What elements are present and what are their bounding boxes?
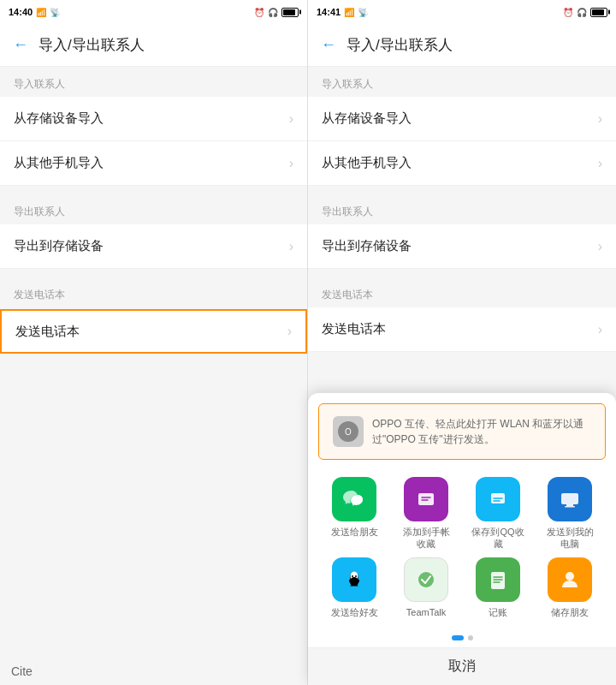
right-gap-1 <box>308 186 616 194</box>
right-send-phonebook-text: 发送电话本 <box>322 321 386 337</box>
left-wifi-icon: 📡 <box>50 8 60 17</box>
qq-fav-icon <box>476 477 520 521</box>
right-back-button[interactable]: ← <box>321 36 336 54</box>
left-export-storage-chevron: › <box>289 239 293 254</box>
share-apps-grid: 发送给朋友 添加到手帐收藏 保存到QQ收藏 <box>308 470 616 632</box>
share-teamtalk-label: TeamTalk <box>406 606 446 618</box>
right-gap-2 <box>308 269 616 277</box>
svg-rect-5 <box>566 504 573 506</box>
dot-2 <box>468 635 473 640</box>
right-page-title: 导入/导出联系人 <box>346 35 453 55</box>
wechat-friend-icon <box>332 477 376 521</box>
right-battery-icon <box>590 8 607 17</box>
right-send-phonebook-chevron: › <box>598 322 602 337</box>
dot-1 <box>452 635 464 640</box>
oppo-notice-text: OPPO 互传、轻点此处打开 WLAN 和蓝牙以通过"OPPO 互传"进行发送。 <box>372 416 591 447</box>
left-signal-icon: 📶 <box>36 8 46 17</box>
left-headphone-icon: 🎧 <box>268 8 278 17</box>
right-import-phone-text: 从其他手机导入 <box>322 155 412 171</box>
left-send-phonebook-text: 发送电话本 <box>15 324 80 340</box>
right-export-storage-text: 导出到存储设备 <box>322 238 412 254</box>
right-export-section-label: 导出联系人 <box>308 194 616 224</box>
left-top-bar: ← 导入/导出联系人 <box>0 24 307 67</box>
share-my-computer-label: 发送到我的电脑 <box>547 526 594 551</box>
share-qq-fav-label: 保存到QQ收藏 <box>471 526 524 551</box>
svg-point-10 <box>355 575 357 577</box>
svg-text:O: O <box>345 427 352 437</box>
cancel-button[interactable]: 取消 <box>308 647 616 685</box>
right-time: 14:41 <box>317 7 341 17</box>
svg-point-11 <box>349 579 352 582</box>
left-import-storage-chevron: › <box>289 111 293 127</box>
left-gap-1 <box>0 186 307 194</box>
left-alarm-icon: ⏰ <box>254 8 264 17</box>
share-wechat-friend[interactable]: 发送给朋友 <box>322 477 387 551</box>
oppo-notice-icon: O <box>333 416 364 447</box>
right-import-phone-chevron: › <box>598 156 602 171</box>
left-export-storage-text: 导出到存储设备 <box>14 238 104 254</box>
share-teamtalk[interactable]: TeamTalk <box>394 557 459 618</box>
svg-point-15 <box>566 572 574 581</box>
share-qq-friend-label: 发送给好友 <box>331 606 378 618</box>
svg-rect-6 <box>565 506 575 508</box>
left-page-title: 导入/导出联系人 <box>38 35 145 55</box>
right-phone-screen: 14:41 📶 📡 ⏰ 🎧 ← 导入/导出联系人 导入联系人 从存储设备导入 ›… <box>308 0 616 685</box>
left-gap-2 <box>0 269 307 277</box>
right-alarm-icon: ⏰ <box>563 8 573 17</box>
share-qq-friend[interactable]: 发送给好友 <box>322 557 387 618</box>
cite-label: Cite <box>11 664 33 678</box>
oppo-notice: O OPPO 互传、轻点此处打开 WLAN 和蓝牙以通过"OPPO 互传"进行发… <box>318 403 606 460</box>
share-qq-fav[interactable]: 保存到QQ收藏 <box>465 477 530 551</box>
bottom-sheet: O OPPO 互传、轻点此处打开 WLAN 和蓝牙以通过"OPPO 互传"进行发… <box>308 393 616 685</box>
left-send-phonebook-chevron: › <box>287 324 292 339</box>
right-wifi-icon: 📡 <box>358 8 368 17</box>
right-share-section-label: 发送电话本 <box>308 277 616 307</box>
left-phone-screen: 14:40 📶 📡 ⏰ 🎧 ← 导入/导出联系人 导入联系人 从存储设备导入 ›… <box>0 0 308 685</box>
my-computer-icon <box>548 477 592 521</box>
right-status-left: 14:41 📶 📡 <box>317 7 368 17</box>
right-export-storage-chevron: › <box>598 239 602 254</box>
left-import-phone-text: 从其他手机导入 <box>14 155 104 171</box>
right-top-bar: ← 导入/导出联系人 <box>308 24 616 67</box>
share-memo-label: 记账 <box>489 606 507 618</box>
contact-icon <box>548 557 592 602</box>
svg-rect-4 <box>561 493 578 504</box>
left-battery-icon <box>281 8 299 17</box>
right-import-storage-text: 从存储设备导入 <box>322 110 412 127</box>
left-export-section-label: 导出联系人 <box>0 194 307 224</box>
share-contact-label: 储存朋友 <box>551 606 589 618</box>
left-import-phone-chevron: › <box>289 156 293 171</box>
left-time: 14:40 <box>9 7 33 17</box>
right-import-storage-item[interactable]: 从存储设备导入 › <box>308 97 616 141</box>
svg-rect-2 <box>418 493 434 505</box>
right-import-section-label: 导入联系人 <box>308 67 616 97</box>
right-import-phone-item[interactable]: 从其他手机导入 › <box>308 141 616 186</box>
left-import-phone-item[interactable]: 从其他手机导入 › <box>0 141 307 186</box>
left-export-storage-item[interactable]: 导出到存储设备 › <box>0 224 307 269</box>
svg-point-13 <box>418 572 434 587</box>
share-wechat-friend-label: 发送给朋友 <box>331 526 378 538</box>
left-import-storage-item[interactable]: 从存储设备导入 › <box>0 97 307 141</box>
share-memo[interactable]: 记账 <box>465 557 530 618</box>
share-contact[interactable]: 储存朋友 <box>537 557 602 618</box>
left-share-section-label: 发送电话本 <box>0 277 307 307</box>
page-dots <box>308 632 616 647</box>
right-status-bar: 14:41 📶 📡 ⏰ 🎧 <box>308 0 616 24</box>
left-status-left: 14:40 📶 📡 <box>9 7 60 17</box>
svg-rect-14 <box>491 572 505 589</box>
share-my-computer[interactable]: 发送到我的电脑 <box>537 477 602 551</box>
teamtalk-icon <box>404 557 448 602</box>
right-send-phonebook-item[interactable]: 发送电话本 › <box>308 307 616 352</box>
right-export-storage-item[interactable]: 导出到存储设备 › <box>308 224 616 269</box>
memo-icon <box>476 557 520 602</box>
wechat-fav-icon <box>404 477 448 521</box>
share-wechat-fav[interactable]: 添加到手帐收藏 <box>394 477 459 551</box>
right-status-right: ⏰ 🎧 <box>563 8 607 17</box>
share-wechat-fav-label: 添加到手帐收藏 <box>403 526 450 551</box>
left-back-button[interactable]: ← <box>13 36 28 54</box>
qq-friend-icon <box>332 557 376 602</box>
left-send-phonebook-item[interactable]: 发送电话本 › <box>0 309 307 354</box>
left-import-section-label: 导入联系人 <box>0 67 307 97</box>
svg-point-12 <box>357 579 359 582</box>
right-headphone-icon: 🎧 <box>577 8 587 17</box>
